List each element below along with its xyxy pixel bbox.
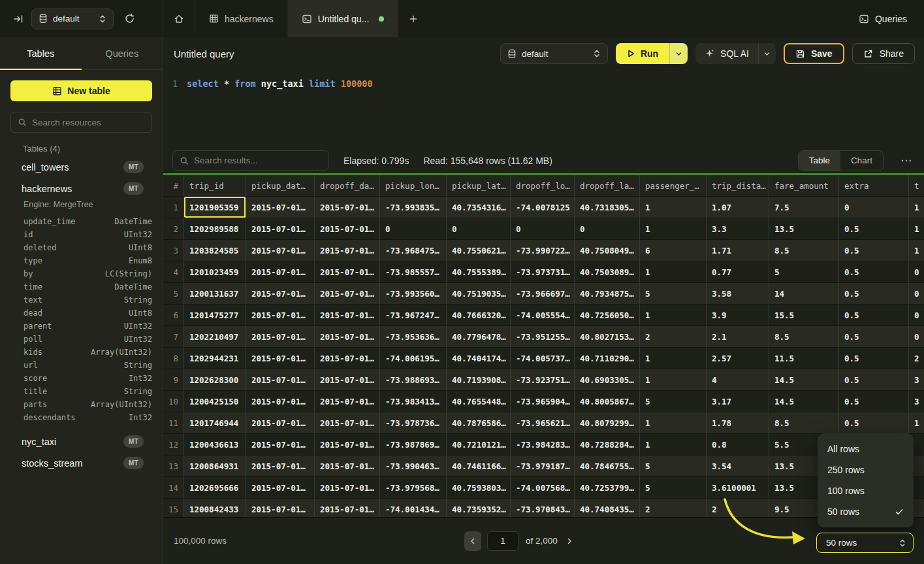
- data-cell[interactable]: -74.006195…: [380, 348, 447, 369]
- search-resources-input[interactable]: [32, 118, 145, 127]
- data-cell[interactable]: 40.7796478…: [447, 326, 511, 348]
- data-cell[interactable]: 0.5: [839, 326, 909, 348]
- data-cell[interactable]: 11.5: [769, 348, 839, 369]
- data-cell[interactable]: 0.5: [839, 283, 909, 305]
- sql-code-line[interactable]: select * from nyc_taxi limit 100000: [178, 78, 373, 148]
- data-cell[interactable]: 2: [909, 348, 924, 369]
- data-cell[interactable]: 40.7404174…: [447, 348, 511, 369]
- data-cell[interactable]: -74.0078125: [511, 197, 575, 218]
- tab-hackernews[interactable]: hackernews: [195, 0, 288, 37]
- data-cell[interactable]: 1.71: [707, 240, 769, 261]
- column-header-t[interactable]: t: [909, 175, 924, 197]
- row-number-cell[interactable]: 14: [163, 477, 184, 499]
- sidebar-tab-queries[interactable]: Queries: [82, 37, 163, 69]
- data-cell[interactable]: 0.5: [839, 240, 909, 261]
- data-cell[interactable]: 1200864931: [184, 456, 246, 477]
- data-cell[interactable]: 0.8: [707, 434, 769, 456]
- data-cell[interactable]: 2015-07-01…: [315, 240, 380, 261]
- data-cell[interactable]: 15.5: [769, 305, 839, 326]
- data-cell[interactable]: 2015-07-01…: [315, 326, 380, 348]
- data-cell[interactable]: 1: [640, 434, 707, 456]
- data-cell[interactable]: -73.979568…: [380, 477, 447, 499]
- data-cell[interactable]: 1: [640, 261, 707, 283]
- data-cell[interactable]: 0: [511, 218, 575, 240]
- row-number-cell[interactable]: 1: [163, 197, 184, 218]
- data-cell[interactable]: 6: [640, 240, 707, 261]
- data-cell[interactable]: 0.5: [839, 391, 909, 412]
- run-options-button[interactable]: [669, 43, 688, 64]
- row-number-cell[interactable]: 13: [163, 456, 184, 477]
- data-cell[interactable]: 1201475277: [184, 305, 246, 326]
- data-cell[interactable]: 2: [640, 326, 707, 348]
- data-cell[interactable]: 14.5: [769, 369, 839, 391]
- queries-button[interactable]: Queries: [842, 0, 924, 37]
- data-cell[interactable]: -73.988693…: [380, 369, 447, 391]
- data-cell[interactable]: 40.8079299…: [575, 412, 640, 434]
- data-cell[interactable]: 40.7318305…: [575, 197, 640, 218]
- data-cell[interactable]: 14: [769, 283, 839, 305]
- data-cell[interactable]: 3.3: [707, 218, 769, 240]
- data-cell[interactable]: 2015-07-01…: [246, 369, 315, 391]
- row-number-cell[interactable]: 15: [163, 499, 184, 517]
- view-chart-tab[interactable]: Chart: [840, 151, 883, 171]
- data-cell[interactable]: 2.1: [707, 326, 769, 348]
- row-number-cell[interactable]: 5: [163, 283, 184, 305]
- data-cell[interactable]: 1: [640, 348, 707, 369]
- data-cell[interactable]: 1200131637: [184, 283, 246, 305]
- view-table-tab[interactable]: Table: [799, 151, 840, 171]
- data-cell[interactable]: -74.005737…: [511, 348, 575, 369]
- data-cell[interactable]: 5: [640, 283, 707, 305]
- data-cell[interactable]: 40.7508049…: [575, 240, 640, 261]
- column-header-fare_amount[interactable]: fare_amount: [769, 175, 839, 197]
- data-cell[interactable]: 7.5: [769, 197, 839, 218]
- data-cell[interactable]: 1: [640, 412, 707, 434]
- data-cell[interactable]: 2015-07-01…: [246, 197, 315, 218]
- data-cell[interactable]: 40.7666320…: [447, 305, 511, 326]
- data-cell[interactable]: -73.990463…: [380, 456, 447, 477]
- data-cell[interactable]: 40.7655448…: [447, 391, 511, 412]
- sidebar-table-cell_towers[interactable]: cell_towersMT: [0, 156, 163, 178]
- data-cell[interactable]: 14.5: [769, 391, 839, 412]
- data-cell[interactable]: 2015-07-01…: [246, 477, 315, 499]
- data-cell[interactable]: -73.993560…: [380, 283, 447, 305]
- row-number-cell[interactable]: 12: [163, 434, 184, 456]
- data-cell[interactable]: -73.984283…: [511, 434, 575, 456]
- data-cell[interactable]: 3: [909, 391, 924, 412]
- column-header-pickup_lat…[interactable]: pickup_lat…: [447, 175, 511, 197]
- data-cell[interactable]: 40.7593803…: [447, 477, 511, 499]
- prev-page-button[interactable]: [464, 531, 481, 551]
- data-cell[interactable]: 1202210497: [184, 326, 246, 348]
- data-cell[interactable]: 40.7503089…: [575, 261, 640, 283]
- column-header-dropoff_la…[interactable]: dropoff_la…: [575, 175, 640, 197]
- sql-editor[interactable]: 1 select * from nyc_taxi limit 100000: [163, 70, 924, 148]
- data-cell[interactable]: 2.57: [707, 348, 769, 369]
- data-cell[interactable]: 40.7288284…: [575, 434, 640, 456]
- data-cell[interactable]: 40.7110290…: [575, 348, 640, 369]
- data-cell[interactable]: 2015-07-01…: [246, 326, 315, 348]
- data-cell[interactable]: 0.5: [839, 305, 909, 326]
- data-cell[interactable]: -73.990722…: [511, 240, 575, 261]
- database-selector[interactable]: default: [31, 8, 114, 29]
- data-cell[interactable]: 2015-07-01…: [315, 369, 380, 391]
- data-cell[interactable]: 2015-07-01…: [315, 391, 380, 412]
- data-cell[interactable]: -73.965904…: [511, 391, 575, 412]
- data-cell[interactable]: 2015-07-01…: [246, 412, 315, 434]
- data-cell[interactable]: -73.953636…: [380, 326, 447, 348]
- data-cell[interactable]: -74.005554…: [511, 305, 575, 326]
- data-cell[interactable]: 0: [839, 197, 909, 218]
- data-cell[interactable]: 1202628300: [184, 369, 246, 391]
- row-number-cell[interactable]: 2: [163, 218, 184, 240]
- data-cell[interactable]: 8.5: [769, 412, 839, 434]
- data-cell[interactable]: 40.7408435…: [575, 499, 640, 517]
- run-button[interactable]: Run: [616, 43, 669, 64]
- data-cell[interactable]: 2015-07-01…: [246, 391, 315, 412]
- data-cell[interactable]: 1200842433: [184, 499, 246, 517]
- data-cell[interactable]: 40.7253799…: [575, 477, 640, 499]
- column-header-passenger_…[interactable]: passenger_…: [640, 175, 707, 197]
- results-more-menu-icon[interactable]: ⋯: [898, 154, 915, 167]
- data-cell[interactable]: 1: [640, 305, 707, 326]
- data-cell[interactable]: 40.7210121…: [447, 434, 511, 456]
- data-cell[interactable]: 0.5: [839, 218, 909, 240]
- data-cell[interactable]: 3: [909, 369, 924, 391]
- data-cell[interactable]: 8.5: [769, 240, 839, 261]
